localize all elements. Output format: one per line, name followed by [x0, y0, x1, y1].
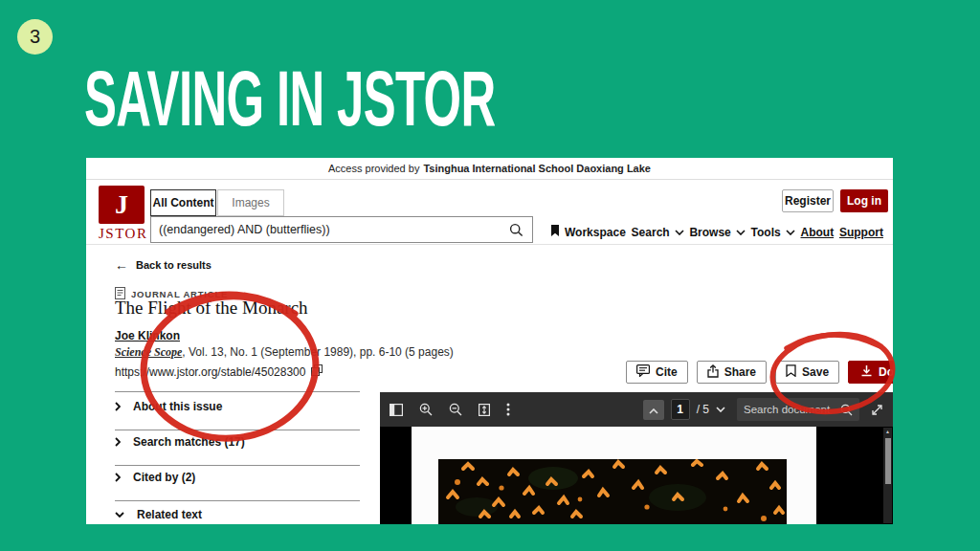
share-icon: [707, 364, 719, 381]
jstor-logo[interactable]: J JSTOR: [99, 186, 145, 242]
slide-title: SAVING IN JSTOR: [84, 59, 496, 138]
scrollbar-thumb[interactable]: [885, 438, 891, 484]
fit-page-icon[interactable]: [479, 404, 490, 416]
access-prefix: Access provided by: [328, 163, 419, 174]
divider: [115, 500, 360, 501]
tab-all-content[interactable]: All Content: [150, 189, 216, 216]
nav-tools[interactable]: Tools: [751, 226, 795, 239]
jstor-logo-icon: J: [99, 186, 145, 224]
copy-icon[interactable]: [311, 364, 323, 379]
nav-browse[interactable]: Browse: [689, 226, 745, 239]
panel-toggle-icon[interactable]: [390, 404, 403, 416]
save-icon: [786, 364, 796, 380]
divider: [115, 430, 360, 430]
stable-url-row: https://www.jstor.org/stable/45028300: [115, 364, 323, 379]
nav-browse-label: Browse: [689, 226, 730, 239]
document-search-bar: [737, 398, 859, 421]
jstor-logo-text: JSTOR: [99, 226, 145, 242]
search-bar: [150, 216, 533, 243]
page-number-input[interactable]: 1: [671, 399, 690, 420]
nav-tools-label: Tools: [751, 226, 781, 239]
chevron-right-icon: [115, 437, 121, 447]
accordion-label: Cited by (2): [133, 471, 195, 484]
chevron-down-icon: [675, 230, 684, 235]
accordion-cited-by[interactable]: Cited by (2): [115, 471, 360, 484]
back-arrow-icon: ←: [115, 257, 128, 273]
back-to-results-link[interactable]: ← Back to results: [115, 257, 212, 273]
nav-search[interactable]: Search: [632, 226, 684, 239]
divider: [115, 465, 360, 466]
accordion-label: Related text: [137, 508, 202, 521]
accordion-label: About this issue: [133, 400, 222, 413]
chevron-right-icon: [115, 473, 121, 482]
stable-url: https://www.jstor.org/stable/45028300: [115, 365, 305, 379]
top-nav: Workspace Search Browse Tools About Supp…: [550, 225, 883, 240]
zoom-in-icon[interactable]: [419, 403, 433, 416]
nav-workspace-label: Workspace: [565, 226, 626, 239]
download-button[interactable]: Download: [848, 361, 893, 384]
back-to-results-label: Back to results: [136, 259, 212, 271]
pdf-scrollbar[interactable]: ▲: [883, 428, 892, 523]
jstor-screenshot: Access provided by Tsinghua Internationa…: [86, 158, 893, 524]
header-divider: [86, 244, 893, 245]
article-title: The Flight of the Monarch: [115, 298, 308, 319]
citation-detail: , Vol. 13, No. 1 (September 1989), pp. 6…: [182, 345, 454, 359]
accordion-about-this-issue[interactable]: About this issue: [115, 400, 360, 413]
article-citation: Science Scope, Vol. 13, No. 1 (September…: [115, 345, 454, 360]
cite-button[interactable]: Cite: [626, 361, 688, 384]
kebab-icon[interactable]: [506, 403, 510, 416]
pdf-toolbar: 1 / 5: [380, 392, 893, 427]
register-button[interactable]: Register: [782, 189, 834, 212]
chevron-down-icon: [736, 230, 746, 235]
expand-icon[interactable]: [871, 404, 883, 416]
cite-label: Cite: [656, 365, 678, 379]
cite-icon: [636, 364, 650, 380]
nav-search-label: Search: [632, 226, 670, 239]
access-institution: Tsinghua International School Daoxiang L…: [423, 163, 651, 174]
save-label: Save: [802, 365, 829, 379]
pdf-page: [412, 427, 816, 524]
access-provided-bar: Access provided by Tsinghua Internationa…: [86, 158, 893, 180]
document-search-input[interactable]: [744, 404, 840, 415]
slide-number-badge: 3: [17, 19, 53, 55]
search-icon[interactable]: [509, 223, 523, 237]
pdf-content[interactable]: ▲: [380, 427, 893, 524]
share-label: Share: [724, 365, 756, 379]
nav-support[interactable]: Support: [839, 226, 883, 239]
download-icon: [860, 364, 873, 380]
page-total: / 5: [697, 403, 709, 416]
previous-page-button[interactable]: [643, 400, 664, 420]
journal-link[interactable]: Science Scope: [115, 345, 182, 359]
tab-images[interactable]: Images: [217, 189, 284, 216]
chevron-down-icon: [786, 230, 795, 235]
download-label: Download: [879, 365, 893, 379]
page-controls: 1 / 5: [643, 399, 725, 420]
article-author-link[interactable]: Joe Klinkon: [115, 329, 180, 342]
share-button[interactable]: Share: [697, 361, 767, 384]
divider: [115, 391, 360, 392]
login-button[interactable]: Log in: [840, 189, 888, 212]
nav-workspace[interactable]: Workspace: [550, 225, 626, 240]
chevron-down-icon: [115, 512, 124, 518]
monarch-butterflies-photo: [438, 459, 787, 524]
chevron-up-icon: [649, 401, 658, 418]
scroll-up-arrow[interactable]: ▲: [883, 429, 892, 434]
article-actions: Cite Share Save Download: [626, 361, 893, 384]
pdf-viewer: 1 / 5: [380, 392, 893, 524]
search-input[interactable]: [151, 223, 509, 236]
accordion-related-text[interactable]: Related text: [115, 508, 360, 521]
zoom-out-icon[interactable]: [449, 403, 462, 416]
search-icon[interactable]: [840, 404, 853, 416]
nav-about[interactable]: About: [801, 226, 835, 239]
save-button[interactable]: Save: [775, 361, 839, 384]
accordion-search-matches[interactable]: Search matches (17): [115, 435, 360, 449]
accordion-label: Search matches (17): [133, 435, 245, 449]
next-page-button[interactable]: [716, 407, 725, 412]
bookmark-icon: [550, 225, 560, 240]
chevron-right-icon: [115, 402, 121, 411]
